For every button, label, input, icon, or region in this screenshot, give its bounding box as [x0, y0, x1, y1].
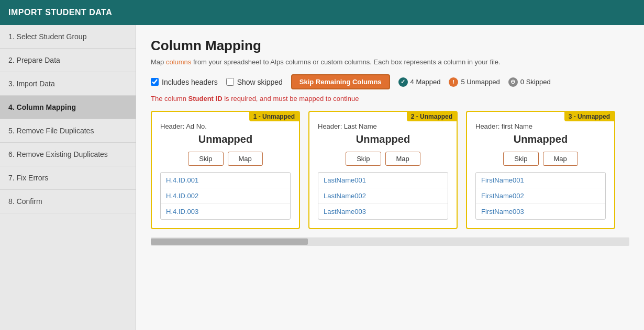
card-buttons-1: Skip Map [160, 152, 291, 166]
skipped-count: 0 Skipped [520, 78, 551, 86]
page-title: Column Mapping [151, 38, 629, 54]
show-skipped-label: Show skipped [237, 78, 283, 86]
skipped-icon: ⊖ [508, 77, 518, 87]
card-data-item-1-2: H.4.ID.002 [161, 188, 290, 204]
card-data-list-3: FirstName001FirstName002FirstName003 [475, 172, 606, 220]
card-header-2: Header: Last Name [318, 122, 448, 130]
column-card-1: 1 - Unmapped Header: Ad No. Unmapped Ski… [151, 111, 300, 229]
sidebar-item-step6[interactable]: 6. Remove Existing Duplicates [0, 143, 136, 166]
card-badge-3: 3 - Unmapped [564, 112, 614, 121]
card-status-2: Unmapped [318, 133, 448, 145]
sidebar: 1. Select Student Group2. Prepare Data3.… [0, 25, 136, 330]
sidebar-item-step2[interactable]: 2. Prepare Data [0, 49, 136, 72]
card-data-item-2-2: LastName002 [318, 188, 448, 204]
card-header-3: Header: first Name [475, 122, 606, 130]
skip-button-1[interactable]: Skip [188, 152, 223, 166]
unmapped-stat: ! 5 Unmapped [449, 77, 499, 87]
sidebar-item-step8[interactable]: 8. Confirm [0, 190, 136, 213]
sidebar-item-step5[interactable]: 5. Remove File Duplicates [0, 119, 136, 143]
includes-headers-checkbox[interactable] [151, 78, 159, 86]
card-data-item-2-1: LastName001 [318, 173, 448, 188]
columns-area: 1 - Unmapped Header: Ad No. Unmapped Ski… [151, 111, 629, 233]
card-data-item-2-3: LastName003 [318, 204, 448, 219]
warning-message: The column Student ID is required, and m… [151, 95, 629, 103]
card-status-3: Unmapped [475, 133, 606, 145]
card-data-item-3-2: FirstName002 [476, 188, 605, 204]
top-bar: IMPORT STUDENT DATA [0, 0, 644, 25]
column-card-3: 3 - Unmapped Header: first Name Unmapped… [466, 111, 615, 229]
card-header-1: Header: Ad No. [160, 122, 291, 130]
app-title: IMPORT STUDENT DATA [8, 8, 112, 17]
skip-remaining-button[interactable]: Skip Remaining Columns [291, 74, 390, 89]
card-buttons-2: Skip Map [318, 152, 448, 166]
skip-button-3[interactable]: Skip [503, 152, 538, 166]
card-data-item-1-3: H.4.ID.003 [161, 204, 290, 219]
show-skipped-checkbox[interactable] [226, 78, 234, 86]
card-buttons-3: Skip Map [475, 152, 606, 166]
show-skipped-checkbox-label[interactable]: Show skipped [226, 78, 283, 86]
card-data-list-1: H.4.ID.001H.4.ID.002H.4.ID.003 [160, 172, 291, 220]
card-status-1: Unmapped [160, 133, 291, 145]
unmapped-icon: ! [449, 77, 458, 87]
includes-headers-label: Includes headers [162, 78, 218, 86]
warning-field: Student ID [188, 95, 223, 103]
unmapped-count: 5 Unmapped [461, 78, 499, 86]
card-badge-1: 1 - Unmapped [249, 112, 299, 121]
card-badge-2: 2 - Unmapped [407, 112, 457, 121]
mapped-icon: ✓ [398, 77, 408, 87]
map-button-1[interactable]: Map [228, 152, 263, 166]
card-data-item-3-1: FirstName001 [476, 173, 605, 188]
scrollbar-thumb[interactable] [151, 238, 308, 245]
card-data-list-2: LastName001LastName002LastName003 [318, 172, 448, 220]
includes-headers-checkbox-label[interactable]: Includes headers [151, 78, 218, 86]
mapped-count: 4 Mapped [410, 78, 441, 86]
map-button-3[interactable]: Map [543, 152, 578, 166]
scrollbar-area[interactable] [151, 237, 629, 246]
card-data-item-1-1: H.4.ID.001 [161, 173, 290, 188]
skipped-stat: ⊖ 0 Skipped [508, 77, 551, 87]
card-data-item-3-3: FirstName003 [476, 204, 605, 219]
columns-link[interactable]: columns [166, 58, 191, 66]
sidebar-item-step1[interactable]: 1. Select Student Group [0, 25, 136, 49]
mapped-stat: ✓ 4 Mapped [398, 77, 441, 87]
sidebar-item-step4[interactable]: 4. Column Mapping [0, 96, 136, 119]
column-card-2: 2 - Unmapped Header: Last Name Unmapped … [308, 111, 458, 229]
sidebar-item-step3[interactable]: 3. Import Data [0, 72, 136, 96]
subtitle: Map columns from your spreadsheet to Alp… [151, 58, 629, 66]
toolbar: Includes headers Show skipped Skip Remai… [151, 74, 629, 89]
skip-button-2[interactable]: Skip [346, 152, 381, 166]
main-content: Column Mapping Map columns from your spr… [136, 25, 644, 330]
sidebar-item-step7[interactable]: 7. Fix Errors [0, 166, 136, 190]
map-button-2[interactable]: Map [385, 152, 420, 166]
